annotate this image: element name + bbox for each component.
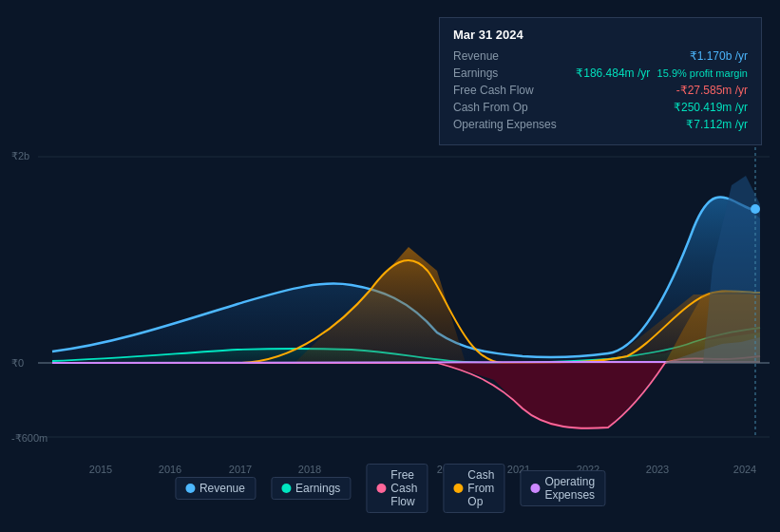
x-label-2023: 2023 (646, 464, 669, 475)
x-label-2024: 2024 (733, 464, 756, 475)
tooltip-label-opex: Operating Expenses (453, 118, 557, 131)
y-label-top: ₹2b (11, 150, 29, 162)
tooltip-label-earnings: Earnings (453, 66, 498, 80)
legend-label-cashfromop: Cash From Op (467, 468, 494, 508)
legend-item-revenue[interactable]: Revenue (175, 477, 256, 500)
tooltip-row-earnings: Earnings ₹186.484m /yr 15.9% profit marg… (453, 66, 748, 80)
x-label-2015: 2015 (89, 464, 112, 475)
tooltip-value-opex: ₹7.112m /yr (686, 118, 748, 131)
legend-dot-revenue (185, 484, 195, 493)
legend-item-opex[interactable]: Operating Expenses (520, 470, 605, 506)
legend-item-cashfromop[interactable]: Cash From Op (443, 464, 504, 513)
legend-item-fcf[interactable]: Free Cash Flow (366, 464, 428, 513)
legend-dot-earnings (281, 484, 291, 493)
tooltip-row-revenue: Revenue ₹1.170b /yr (453, 49, 748, 63)
legend-dot-opex (530, 484, 540, 493)
tooltip-label-cashfromop: Cash From Op (453, 101, 528, 114)
legend-dot-fcf (376, 484, 386, 493)
legend: Revenue Earnings Free Cash Flow Cash Fro… (175, 464, 605, 513)
tooltip-value-revenue: ₹1.170b /yr (690, 49, 748, 63)
legend-dot-cashfromop (453, 484, 463, 493)
tooltip-title: Mar 31 2024 (453, 28, 748, 42)
tooltip-box: Mar 31 2024 Revenue ₹1.170b /yr Earnings… (439, 17, 762, 145)
opex-line (52, 362, 760, 363)
tooltip-value-cashfromop: ₹250.419m /yr (674, 101, 748, 114)
revenue-dot (751, 204, 760, 214)
tooltip-row-cashfromop: Cash From Op ₹250.419m /yr (453, 101, 748, 114)
legend-label-earnings: Earnings (295, 482, 340, 495)
tooltip-row-fcf: Free Cash Flow -₹27.585m /yr (453, 84, 748, 97)
legend-label-opex: Operating Expenses (544, 475, 595, 502)
tooltip-label-revenue: Revenue (453, 49, 499, 63)
y-label-bottom: -₹600m (11, 432, 48, 445)
tooltip-value-earnings: ₹186.484m /yr 15.9% profit margin (576, 66, 748, 80)
tooltip-row-opex: Operating Expenses ₹7.112m /yr (453, 118, 748, 131)
legend-label-fcf: Free Cash Flow (390, 468, 417, 508)
tooltip-label-fcf: Free Cash Flow (453, 84, 534, 97)
chart-container: ₹2b ₹0 -₹600m 2015 2016 2017 2018 2019 2… (0, 0, 780, 532)
y-label-zero: ₹0 (11, 357, 24, 370)
tooltip-value-fcf: -₹27.585m /yr (676, 84, 748, 97)
legend-label-revenue: Revenue (200, 482, 245, 495)
legend-item-earnings[interactable]: Earnings (271, 477, 351, 500)
profit-margin: 15.9% profit margin (657, 67, 748, 79)
